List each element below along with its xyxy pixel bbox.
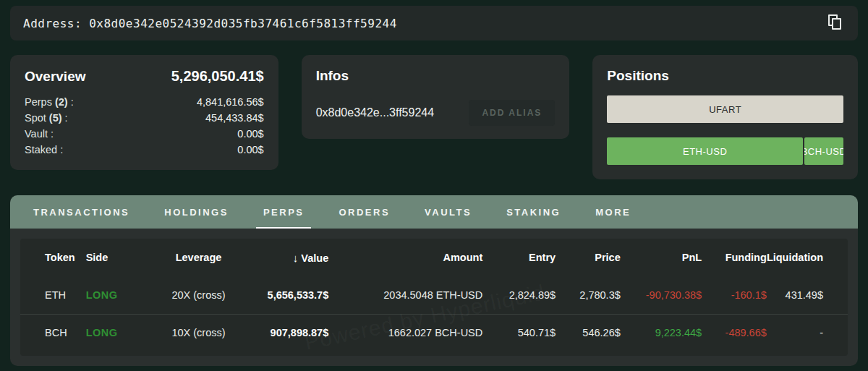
table-header-row: Token Side Leverage ↓Value Amount Entry … — [20, 239, 848, 276]
perp-positions-row: ETH-USD BCH-USD — [607, 137, 843, 165]
header-token[interactable]: Token — [20, 239, 86, 276]
position-button-eth-usd[interactable]: ETH-USD — [607, 137, 803, 165]
cell-amount: 2034.5048 ETH-USD — [328, 276, 482, 314]
overview-row-perps: Perps (2) : 4,841,616.56$ — [25, 95, 264, 109]
address-text: Address: 0x8d0e342e0524392d035fb37461c6f… — [23, 17, 397, 30]
header-entry[interactable]: Entry — [482, 239, 556, 276]
overview-staked-value: 0.00$ — [237, 142, 263, 157]
cell-side: LONG — [86, 276, 150, 314]
position-button-bch-usd[interactable]: BCH-USD — [804, 137, 843, 165]
overview-vault-colon: : — [48, 128, 54, 140]
cell-amount: 1662.027 BCH-USD — [328, 314, 482, 351]
positions-title: Positions — [607, 68, 843, 84]
cell-leverage: 20X (cross) — [150, 276, 247, 314]
cell-funding: -489.66$ — [702, 314, 767, 351]
overview-row-staked: Staked : 0.00$ — [25, 142, 264, 157]
header-value-label: Value — [301, 252, 328, 264]
overview-row-spot: Spot (5) : 454,433.84$ — [25, 111, 264, 125]
copy-icon-front — [832, 18, 841, 30]
tab-orders[interactable]: ORDERS — [321, 195, 407, 229]
positions-card: Positions UFART ETH-USD BCH-USD — [592, 55, 858, 179]
cell-entry: 540.71$ — [482, 314, 556, 351]
overview-perps-count: (2) — [55, 96, 68, 108]
table-row[interactable]: BCH LONG 10X (cross) 907,898.87$ 1662.02… — [20, 314, 848, 351]
overview-title: Overview — [25, 69, 86, 85]
cell-liquidation: - — [767, 314, 848, 351]
overview-spot-count: (5) — [49, 112, 62, 124]
tab-holdings[interactable]: HOLDINGS — [147, 195, 246, 229]
cell-pnl: -90,730.38$ — [621, 276, 702, 314]
copy-icon[interactable] — [826, 14, 845, 33]
overview-staked-label: Staked — [25, 144, 57, 155]
sort-desc-icon: ↓ — [293, 252, 299, 264]
summary-cards-row: Overview 5,296,050.41$ Perps (2) : 4,841… — [10, 55, 858, 179]
cell-price: 546.26$ — [556, 314, 621, 351]
cell-token: ETH — [20, 276, 86, 314]
header-pnl[interactable]: PnL — [621, 239, 702, 276]
perps-table-container: Powered by Hyperliquid Token Side Levera… — [20, 239, 848, 356]
overview-card: Overview 5,296,050.41$ Perps (2) : 4,841… — [10, 55, 278, 170]
tab-staking[interactable]: STAKING — [489, 195, 578, 229]
infos-title: Infos — [316, 68, 556, 84]
cell-pnl: 9,223.44$ — [621, 314, 702, 351]
short-address: 0x8d0e342e...3ff59244 — [316, 106, 434, 119]
tab-transactions[interactable]: TRANSACTIONS — [16, 195, 147, 229]
position-button-ufart[interactable]: UFART — [607, 95, 843, 123]
header-leverage[interactable]: Leverage — [150, 239, 247, 276]
cell-entry: 2,824.89$ — [482, 276, 556, 314]
overview-vault-value: 0.00$ — [237, 127, 263, 141]
overview-vault-label: Vault — [25, 128, 48, 140]
header-value[interactable]: ↓Value — [247, 239, 328, 276]
perps-table: Token Side Leverage ↓Value Amount Entry … — [20, 239, 848, 351]
overview-row-vault: Vault : 0.00$ — [25, 127, 264, 141]
cell-token: BCH — [20, 314, 86, 351]
tab-bar: TRANSACTIONS HOLDINGS PERPS ORDERS VAULT… — [10, 195, 858, 229]
cell-value: 5,656,533.7$ — [247, 276, 328, 314]
tab-vaults[interactable]: VAULTS — [407, 195, 489, 229]
overview-staked-colon: : — [57, 144, 63, 155]
header-price[interactable]: Price — [556, 239, 621, 276]
overview-total-value: 5,296,050.41$ — [171, 68, 264, 85]
cell-funding: -160.1$ — [702, 276, 767, 314]
cell-leverage: 10X (cross) — [150, 314, 247, 351]
tab-perps[interactable]: PERPS — [246, 195, 322, 229]
header-amount[interactable]: Amount — [328, 239, 482, 276]
overview-spot-value: 454,433.84$ — [205, 111, 264, 125]
overview-spot-label: Spot — [25, 112, 49, 124]
overview-perps-colon: : — [68, 96, 74, 108]
tab-content: Powered by Hyperliquid Token Side Levera… — [10, 229, 858, 366]
overview-spot-colon: : — [62, 112, 68, 124]
header-liquidation[interactable]: Liquidation — [767, 239, 848, 276]
table-row[interactable]: ETH LONG 20X (cross) 5,656,533.7$ 2034.5… — [20, 276, 848, 314]
header-funding[interactable]: Funding — [702, 239, 767, 276]
add-alias-button[interactable]: ADD ALIAS — [469, 100, 555, 126]
tab-more[interactable]: MORE — [578, 195, 648, 229]
cell-side: LONG — [86, 314, 150, 351]
infos-card: Infos 0x8d0e342e...3ff59244 ADD ALIAS — [302, 55, 570, 139]
header-side[interactable]: Side — [86, 239, 150, 276]
tab-section: TRANSACTIONS HOLDINGS PERPS ORDERS VAULT… — [10, 195, 858, 366]
cell-value: 907,898.87$ — [247, 314, 328, 351]
overview-perps-value: 4,841,616.56$ — [197, 95, 264, 109]
address-bar: Address: 0x8d0e342e0524392d035fb37461c6f… — [10, 6, 858, 40]
cell-price: 2,780.3$ — [556, 276, 621, 314]
overview-perps-label: Perps — [25, 96, 55, 108]
cell-liquidation: 431.49$ — [767, 276, 848, 314]
